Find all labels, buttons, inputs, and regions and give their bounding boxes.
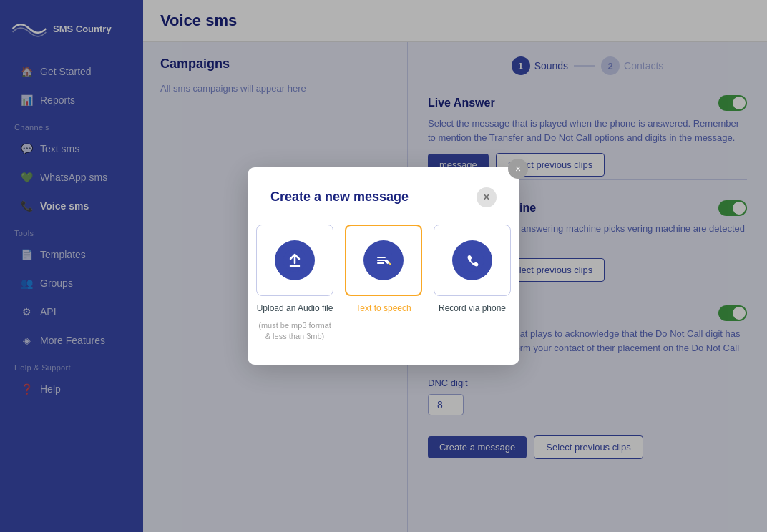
- upload-icon: [275, 240, 315, 280]
- record-via-phone-card[interactable]: [434, 225, 511, 296]
- record-phone-icon: [452, 240, 492, 280]
- create-message-modal: Create a new message ×: [248, 167, 519, 365]
- svg-point-3: [461, 249, 484, 272]
- upload-audio-option: Upload an Audio file (must be mp3 format…: [256, 225, 333, 343]
- text-edit-icon: [363, 240, 404, 280]
- modal-close-button[interactable]: ×: [477, 187, 497, 207]
- upload-audio-card[interactable]: [256, 225, 333, 296]
- text-to-speech-label: Text to speech: [356, 303, 411, 313]
- upload-audio-label: Upload an Audio file: [257, 303, 333, 313]
- record-via-phone-label: Record via phone: [439, 303, 506, 313]
- modal-overlay: × Create a new message ×: [0, 0, 767, 532]
- modal-close-circle[interactable]: ×: [508, 159, 528, 179]
- modal-title: Create a new message: [270, 189, 409, 205]
- text-to-speech-option: Text to speech: [345, 225, 422, 343]
- text-to-speech-card[interactable]: [345, 225, 422, 296]
- modal-wrapper: × Create a new message ×: [248, 167, 519, 365]
- record-via-phone-option: Record via phone: [434, 225, 511, 343]
- modal-header: Create a new message ×: [270, 187, 497, 207]
- upload-audio-sublabel: (must be mp3 format & less than 3mb): [256, 320, 333, 343]
- modal-options: Upload an Audio file (must be mp3 format…: [270, 225, 497, 343]
